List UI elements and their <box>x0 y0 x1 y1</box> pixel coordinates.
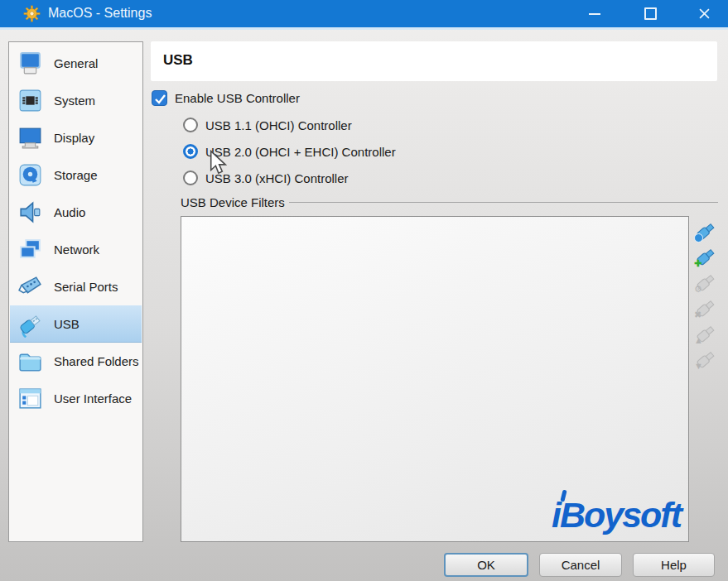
sidebar-item-storage[interactable]: Storage <box>10 156 142 194</box>
cancel-button-label: Cancel <box>562 558 600 572</box>
usb20-radio-label[interactable]: USB 2.0 (OHCI + EHCI) Controller <box>205 145 396 159</box>
page-header: USB <box>151 41 717 81</box>
usb30-radio[interactable] <box>183 170 198 185</box>
sidebar-item-label: Shared Folders <box>54 354 139 368</box>
usb11-radio-row: USB 1.1 (OHCI) Controller <box>183 117 352 133</box>
usb20-radio[interactable] <box>183 144 198 159</box>
audio-icon <box>17 199 44 226</box>
add-filter-from-device-button[interactable]: ✚ <box>695 244 718 267</box>
sidebar-item-label: Audio <box>54 205 85 219</box>
watermark-text: iBoysoft <box>552 495 681 535</box>
sidebar-item-audio[interactable]: Audio <box>10 194 142 231</box>
arrow-up-badge-icon: ▲ <box>694 336 703 345</box>
gear-icon <box>22 4 41 23</box>
sidebar-item-label: Serial Ports <box>54 280 118 294</box>
system-icon <box>17 87 44 114</box>
move-filter-up-button[interactable]: ▲ <box>695 321 718 344</box>
group-box-rule <box>289 202 718 203</box>
usb30-radio-row: USB 3.0 (xHCI) Controller <box>183 170 349 186</box>
sidebar-item-network[interactable]: Network <box>10 231 142 268</box>
network-icon <box>17 236 44 263</box>
close-button[interactable] <box>685 0 723 27</box>
window-title: MacOS - Settings <box>48 0 152 27</box>
usb-device-filters-label: USB Device Filters <box>181 195 285 209</box>
maximize-button[interactable] <box>631 0 669 27</box>
minus-badge-icon: ✖ <box>694 310 701 319</box>
sidebar-item-serial-ports[interactable]: Serial Ports <box>10 268 142 305</box>
sidebar-item-label: User Interface <box>54 391 132 406</box>
sidebar-item-label: System <box>54 94 95 108</box>
sidebar-item-label: Network <box>54 242 99 257</box>
minimize-icon <box>589 13 600 15</box>
enable-usb-checkbox[interactable] <box>152 90 167 106</box>
circle-badge-icon <box>694 233 703 242</box>
help-button[interactable]: Help <box>633 553 715 577</box>
usb11-radio-label[interactable]: USB 1.1 (OHCI) Controller <box>205 118 352 132</box>
settings-window: MacOS - Settings General System <box>0 0 728 581</box>
ok-button[interactable]: OK <box>444 553 528 577</box>
iboysoft-watermark: iBoysoft <box>552 495 721 535</box>
serial-ports-icon <box>17 273 44 300</box>
check-icon <box>153 92 167 106</box>
minimize-button[interactable] <box>576 0 614 27</box>
sidebar-item-shared-folders[interactable]: Shared Folders <box>10 343 142 380</box>
sidebar-item-label: General <box>54 56 98 70</box>
ok-button-label: OK <box>477 558 495 572</box>
sidebar-item-general[interactable]: General <box>10 45 142 82</box>
plus-badge-icon: ✚ <box>694 259 701 268</box>
display-icon <box>17 124 44 151</box>
usb-device-filters-list[interactable] <box>181 216 689 542</box>
enable-usb-label[interactable]: Enable USB Controller <box>175 91 300 105</box>
sidebar-item-label: USB <box>54 317 80 331</box>
shared-folders-icon <box>17 348 44 375</box>
sidebar-item-usb[interactable]: USB <box>10 305 142 343</box>
settings-sidebar: General System Display Sto <box>8 41 143 542</box>
user-interface-icon <box>17 385 44 412</box>
sidebar-item-label: Display <box>54 131 94 145</box>
sidebar-item-user-interface[interactable]: User Interface <box>10 380 142 417</box>
arrow-down-badge-icon: ▼ <box>694 362 703 371</box>
sidebar-item-label: Storage <box>54 168 98 182</box>
remove-filter-button[interactable]: ✖ <box>695 295 718 319</box>
enable-usb-row: Enable USB Controller <box>152 90 300 106</box>
page-title: USB <box>163 41 193 81</box>
mouse-cursor <box>209 150 227 175</box>
edit-filter-button[interactable]: ⚙ <box>695 270 718 293</box>
maximize-icon <box>644 7 657 20</box>
gear-badge-icon: ⚙ <box>694 285 702 294</box>
sidebar-item-system[interactable]: System <box>10 82 142 119</box>
cancel-button[interactable]: Cancel <box>539 553 622 577</box>
general-icon <box>17 50 44 77</box>
titlebar: MacOS - Settings <box>0 0 728 27</box>
usb-icon <box>17 310 44 338</box>
add-empty-filter-button[interactable] <box>695 218 718 242</box>
close-icon <box>699 8 710 19</box>
usb11-radio[interactable] <box>183 118 198 132</box>
help-button-label: Help <box>661 558 687 572</box>
sidebar-item-display[interactable]: Display <box>10 119 142 156</box>
titlebar-accent-strip <box>0 27 728 30</box>
filter-toolbar: ✚ ⚙ ✖ ▲ ▼ <box>695 218 720 372</box>
move-filter-down-button[interactable]: ▼ <box>695 347 718 370</box>
storage-icon <box>17 161 44 189</box>
